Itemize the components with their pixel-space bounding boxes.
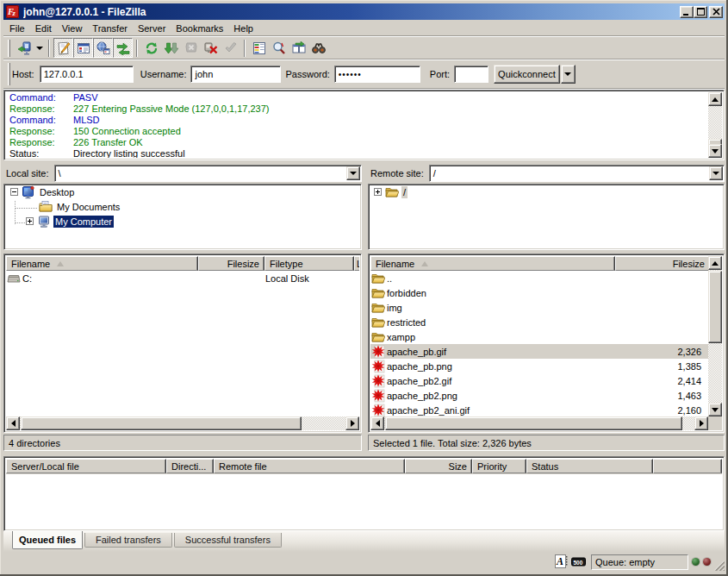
- menu-item[interactable]: Help: [228, 22, 258, 35]
- file-row[interactable]: ..: [370, 271, 708, 285]
- toolbar-button[interactable]: [221, 38, 240, 58]
- tree-item-label[interactable]: My Documents: [55, 201, 121, 213]
- queue-tab[interactable]: Successful transfers: [174, 533, 282, 548]
- scroll-right-button[interactable]: [694, 416, 708, 430]
- file-row[interactable]: xampp: [370, 329, 708, 344]
- tree-item-label[interactable]: My Computer: [53, 216, 114, 228]
- remote-site-value: /: [433, 168, 436, 178]
- port-input[interactable]: [454, 66, 488, 83]
- column-header[interactable]: Filetype: [264, 256, 354, 271]
- site-manager-dropdown[interactable]: [34, 38, 45, 58]
- toolbar-button[interactable]: [161, 38, 181, 58]
- file-row[interactable]: C: Local Disk: [6, 271, 359, 285]
- scroll-left-button[interactable]: [370, 416, 384, 430]
- toolbar-button[interactable]: [308, 38, 328, 58]
- toolbar-button[interactable]: [73, 38, 93, 58]
- toolbar-button[interactable]: [14, 38, 34, 58]
- menu-item[interactable]: Edit: [30, 22, 57, 35]
- remote-status-bar: Selected 1 file. Total size: 2,326 bytes: [368, 435, 725, 451]
- scroll-right-button[interactable]: [345, 416, 359, 430]
- local-site-combo[interactable]: \: [54, 165, 362, 182]
- menu-item[interactable]: File: [4, 22, 30, 35]
- toolbar-button[interactable]: [201, 38, 221, 58]
- column-header[interactable]: Directi...: [166, 459, 214, 473]
- scroll-up-button[interactable]: [708, 92, 722, 106]
- remote-site-combo[interactable]: /: [429, 165, 725, 182]
- column-header[interactable]: Server/Local file: [6, 459, 166, 473]
- toolbar-button[interactable]: [113, 38, 133, 58]
- file-row[interactable]: img: [370, 300, 708, 315]
- queue-tab[interactable]: Queued files: [12, 531, 83, 549]
- menu-item[interactable]: View: [57, 22, 88, 35]
- menu-item[interactable]: Transfer: [87, 22, 133, 35]
- title-bar[interactable]: john@127.0.0.1 - FileZilla: [3, 3, 725, 20]
- file-row[interactable]: apache_pb2.png 1,463: [370, 388, 708, 403]
- expand-expander[interactable]: [374, 188, 382, 196]
- tree-item[interactable]: My Documents: [4, 199, 361, 214]
- tree-item[interactable]: Desktop: [4, 185, 361, 199]
- quickconnect-grip[interactable]: [8, 63, 10, 85]
- column-header[interactable]: Status: [526, 459, 653, 473]
- tree-item[interactable]: /: [369, 185, 724, 199]
- tree-item-label[interactable]: /: [401, 186, 408, 198]
- log-line: Command:MLSD: [9, 115, 706, 126]
- menu-item[interactable]: Server: [133, 22, 171, 35]
- log-scrollbar[interactable]: [708, 92, 722, 158]
- local-file-list: Filename Filesize Filetype Last modified…: [3, 254, 362, 433]
- column-header[interactable]: Filename: [6, 256, 198, 271]
- quickconnect-button[interactable]: Quickconnect: [494, 65, 560, 84]
- scroll-down-button[interactable]: [708, 403, 722, 416]
- file-row[interactable]: apache_pb2.gif 2,414: [370, 373, 708, 388]
- speed-limits-icon[interactable]: [571, 554, 586, 569]
- host-input[interactable]: 127.0.0.1: [40, 66, 134, 83]
- tree-item-label[interactable]: Desktop: [38, 186, 76, 198]
- scrollbar-thumb[interactable]: [385, 416, 682, 430]
- file-row[interactable]: restricted: [370, 315, 708, 329]
- scroll-left-button[interactable]: [6, 416, 20, 430]
- toolbar-button[interactable]: [181, 38, 201, 58]
- minimize-button[interactable]: [680, 6, 694, 18]
- column-header[interactable]: Last modified: [354, 256, 359, 271]
- close-button[interactable]: [709, 6, 723, 18]
- scrollbar-thumb[interactable]: [708, 271, 722, 343]
- toolbar-button[interactable]: [249, 38, 269, 58]
- scroll-up-button[interactable]: [708, 256, 722, 270]
- local-site-combo-arrow[interactable]: [346, 166, 360, 180]
- file-row[interactable]: forbidden: [370, 285, 708, 300]
- remote-site-combo-arrow[interactable]: [709, 166, 723, 180]
- quickconnect-dropdown[interactable]: [561, 65, 576, 84]
- column-header[interactable]: Filename: [370, 256, 615, 271]
- remote-vscrollbar[interactable]: [708, 256, 722, 416]
- scroll-down-button[interactable]: [708, 144, 722, 158]
- triangle-down-icon: [712, 149, 719, 153]
- tree-item[interactable]: My Computer: [4, 214, 361, 229]
- file-row[interactable]: apache_pb2_ani.gif 2,160: [370, 403, 708, 416]
- transfer-type-icon[interactable]: [554, 554, 569, 569]
- scrollbar-thumb[interactable]: [21, 416, 302, 430]
- column-header[interactable]: Filesize: [615, 256, 708, 271]
- toolbar-button[interactable]: [141, 38, 161, 58]
- collapse-expander[interactable]: [10, 188, 18, 196]
- toolbar-button[interactable]: [53, 38, 73, 58]
- column-header[interactable]: Remote file: [214, 459, 405, 473]
- resize-grip[interactable]: [712, 559, 725, 571]
- column-header[interactable]: [653, 459, 722, 473]
- expand-expander[interactable]: [26, 217, 34, 225]
- local-hscrollbar[interactable]: [6, 416, 359, 430]
- maximize-button[interactable]: [694, 6, 707, 18]
- menu-item[interactable]: Bookmarks: [171, 22, 228, 35]
- queue-tab[interactable]: Failed transfers: [84, 533, 172, 548]
- password-input[interactable]: ••••••: [334, 66, 420, 83]
- column-header[interactable]: Size: [405, 459, 472, 473]
- file-row[interactable]: apache_pb.png 1,385: [370, 359, 708, 373]
- file-row[interactable]: apache_pb.gif 2,326: [370, 344, 708, 359]
- toolbar-grip[interactable]: [8, 40, 10, 57]
- column-header[interactable]: Filesize: [198, 256, 264, 271]
- remote-hscrollbar[interactable]: [370, 416, 708, 430]
- column-header[interactable]: Priority: [472, 459, 526, 473]
- toolbar-button[interactable]: [289, 38, 308, 58]
- toolbar-button[interactable]: [269, 38, 289, 58]
- toolbar-button[interactable]: [93, 38, 113, 58]
- log-line-label: Response:: [9, 137, 73, 148]
- username-input[interactable]: john: [190, 66, 281, 83]
